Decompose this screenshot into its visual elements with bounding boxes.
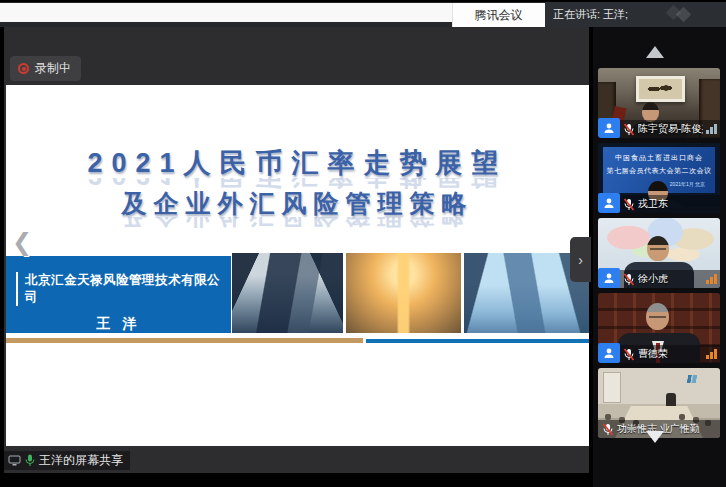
participant-namebar: 曹德荣 (598, 345, 720, 363)
chevron-right-icon: › (578, 252, 583, 268)
participant-tile-5[interactable]: 功崇惟志 业广惟勤 (598, 368, 720, 438)
participant-name: 戎卫东 (638, 197, 717, 211)
mic-muted-icon (623, 198, 635, 211)
participants-sidebar: 陈宇贸易-陈俊兴 中国食品土畜进出口商会 第七届会员代表大会第二次会议 2021… (593, 27, 726, 487)
participant-name: 陈宇贸易-陈俊兴 (638, 122, 703, 136)
prev-slide-icon: ❮ (12, 228, 32, 256)
divider-gold (6, 338, 363, 343)
scene-decoration (681, 375, 703, 383)
projected-text: 第七届会员代表大会第二次会议 (603, 166, 715, 176)
titlebar: 腾讯会议 正在讲话: 王洋; (0, 0, 726, 27)
avatar-icon (598, 343, 620, 363)
app-tab-label: 腾讯会议 (475, 7, 523, 24)
avatar-icon (598, 118, 620, 138)
slide-photo-strip (232, 253, 589, 333)
slide-title-reflection1: 2021人民币汇率走势展望 (6, 178, 589, 193)
participant-tile-2[interactable]: 中国食品土畜进出口商会 第七届会员代表大会第二次会议 2021年1月 北京 (598, 143, 720, 213)
recording-label: 录制中 (35, 60, 71, 77)
participant-namebar: 陈宇贸易-陈俊兴 (598, 120, 720, 138)
presenter-name: 王 洋 (6, 315, 231, 333)
avatar-icon (598, 193, 620, 213)
scroll-down-icon[interactable] (646, 431, 664, 443)
screen-share-icon (8, 455, 21, 466)
participant-tiles: 陈宇贸易-陈俊兴 中国食品土畜进出口商会 第七届会员代表大会第二次会议 2021… (598, 68, 720, 443)
presentation-slide: 2021人民币汇率走势展望 2021人民币汇率走势展望 及企业外汇风险管理策略 … (6, 85, 589, 446)
participant-namebar: 戎卫东 (598, 195, 720, 213)
slide-title-line1: 2021人民币汇率走势展望 (6, 145, 589, 181)
skyline-photo-sunset (346, 253, 461, 333)
avatar-icon (598, 268, 620, 288)
participant-name: 徐小虎 (638, 272, 703, 286)
screen-share-badge: 王洋的屏幕共享 (4, 451, 130, 470)
skyline-photo-dark (232, 253, 343, 333)
scroll-up-icon[interactable] (646, 46, 664, 58)
company-banner: 北京汇金天禄风险管理技术有限公司 王 洋 (6, 256, 231, 333)
divider-blue (366, 339, 589, 343)
speaking-bar: 正在讲话: 王洋; (545, 2, 726, 27)
mic-muted-icon (602, 423, 614, 436)
mic-muted-icon (623, 123, 635, 136)
meeting-window: 腾讯会议 正在讲话: 王洋; 录制中 2021人民币汇率走势展望 2021人民币… (0, 0, 726, 487)
participant-name: 功崇惟志 业广惟勤 (617, 422, 717, 436)
participant-body (666, 393, 676, 406)
participant-namebar: 徐小虎 (598, 270, 720, 288)
signal-icon (706, 349, 717, 359)
shared-screen-area: 录制中 2021人民币汇率走势展望 2021人民币汇率走势展望 及企业外汇风险管… (4, 27, 589, 473)
titlebar-strip (0, 3, 452, 22)
app-tab[interactable]: 腾讯会议 (452, 3, 545, 27)
scene-decoration (649, 316, 666, 318)
company-name: 北京汇金天禄风险管理技术有限公司 (16, 272, 231, 306)
mic-muted-icon (623, 273, 635, 286)
record-icon (18, 63, 29, 74)
recording-indicator[interactable]: 录制中 (10, 56, 81, 81)
calligraphy-frame (636, 76, 685, 101)
slide-title: 2021人民币汇率走势展望 2021人民币汇率走势展望 及企业外汇风险管理策略 … (6, 145, 589, 232)
scene-decoration (650, 248, 666, 250)
collapse-panel-button[interactable]: › (570, 237, 591, 282)
share-label: 王洋的屏幕共享 (39, 452, 123, 469)
signal-icon (706, 124, 717, 134)
speaking-label: 正在讲话: 王洋; (553, 7, 628, 22)
scene-decoration (603, 372, 621, 403)
participant-tile-4[interactable]: 曹德荣 (598, 293, 720, 363)
meeting-logo-icon (668, 7, 702, 23)
mic-on-icon (25, 454, 35, 467)
participant-face (642, 102, 659, 122)
mic-muted-icon (623, 348, 635, 361)
signal-icon (706, 274, 717, 284)
scene-decoration (605, 414, 611, 420)
projected-text: 中国食品土畜进出口商会 (603, 153, 715, 163)
participant-tile-1[interactable]: 陈宇贸易-陈俊兴 (598, 68, 720, 138)
participant-name: 曹德荣 (638, 347, 703, 361)
participant-tile-3[interactable]: 徐小虎 (598, 218, 720, 288)
slide-title-reflection2: 及企业外汇风险管理策略 (6, 217, 589, 232)
